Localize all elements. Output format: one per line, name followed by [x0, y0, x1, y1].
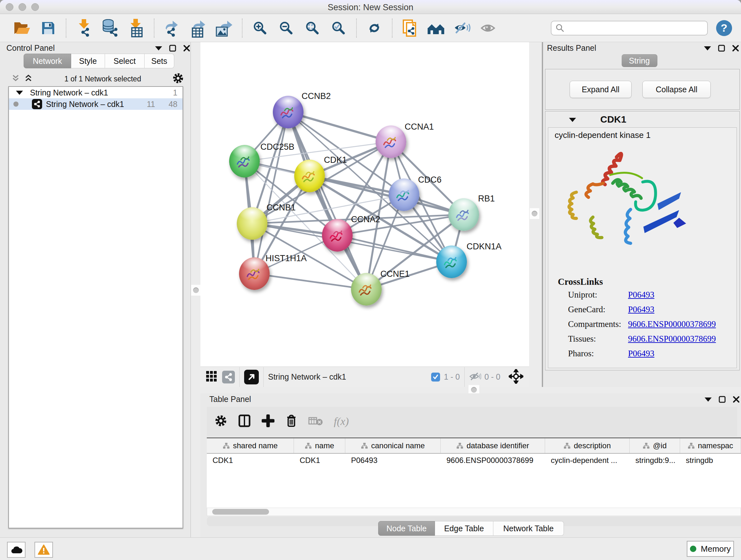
network-node-rb1[interactable] [448, 198, 479, 231]
hide-selected-icon[interactable] [453, 18, 472, 38]
selected-checkbox-icon[interactable] [431, 373, 440, 381]
show-all-icon[interactable] [479, 18, 498, 38]
table-cell[interactable]: stringdb:9... [630, 454, 680, 466]
refresh-icon[interactable] [364, 18, 384, 38]
zoom-in-icon[interactable] [250, 18, 270, 38]
expand-all-icon[interactable] [23, 73, 33, 84]
detach-view-icon[interactable] [244, 370, 259, 384]
tab-edge-table[interactable]: Edge Table [435, 521, 493, 536]
column-header-shared-name[interactable]: shared name [207, 438, 294, 453]
search-input[interactable] [551, 21, 708, 36]
network-node-ccna2[interactable] [322, 219, 353, 252]
crosslink-link[interactable]: 9606.ENSP00000378699 [628, 334, 716, 344]
crosslink-link[interactable]: P06493 [628, 305, 655, 314]
column-header-name[interactable]: name [294, 438, 345, 453]
right-splitter[interactable] [529, 42, 542, 387]
collection-expand-icon[interactable] [16, 91, 23, 95]
warning-button[interactable] [35, 542, 53, 558]
save-session-icon[interactable] [38, 18, 58, 38]
memory-label: Memory [701, 544, 731, 554]
expand-all-button[interactable]: Expand All [569, 81, 631, 98]
table-cell[interactable]: stringdb [680, 454, 741, 466]
network-view-icon[interactable] [222, 371, 235, 383]
horizontal-splitter[interactable] [200, 387, 741, 393]
network-node-ccna1[interactable] [376, 125, 406, 158]
results-float-icon[interactable] [718, 45, 725, 52]
table-cell[interactable]: CDK1 [294, 454, 345, 466]
right-splitter-handle[interactable] [530, 208, 539, 219]
collapse-all-icon[interactable] [11, 73, 20, 84]
network-node-ccnb1[interactable] [237, 207, 267, 240]
show-columns-icon[interactable] [238, 414, 251, 429]
table-cell[interactable]: cyclin-dependent ... [545, 454, 630, 466]
export-network-icon[interactable] [162, 18, 182, 38]
tab-select[interactable]: Select [105, 54, 145, 68]
table-hscrollbar-thumb[interactable] [212, 509, 269, 515]
cloud-button[interactable] [7, 542, 25, 558]
help-button[interactable]: ? [716, 20, 732, 36]
collapse-all-button[interactable]: Collapse All [643, 81, 711, 98]
table-settings-gear-icon[interactable] [214, 415, 227, 428]
gear-icon[interactable] [172, 72, 184, 85]
network-node-cdc6[interactable] [389, 179, 419, 211]
zoom-fit-icon[interactable] [302, 18, 322, 38]
table-cell[interactable]: P06493 [345, 454, 441, 466]
zoom-out-icon[interactable] [276, 18, 296, 38]
table-cell[interactable]: CDK1 [207, 454, 294, 466]
results-close-icon[interactable] [732, 45, 739, 52]
crosslink-link[interactable]: 9606.ENSP00000378699 [628, 319, 716, 329]
zoom-selected-icon[interactable] [329, 18, 348, 38]
network-canvas[interactable]: CCNB2 CCNA1 CDC25B CDK1 CDC6 [200, 42, 529, 387]
node-label-cdkn1a: CDKN1A [467, 242, 502, 252]
export-image-icon[interactable] [214, 18, 234, 38]
table-hscrollbar[interactable] [207, 508, 741, 516]
table-row[interactable]: CDK1CDK1P064939606.ENSP00000378699cyclin… [207, 454, 741, 466]
network-node-cdc25b[interactable] [229, 145, 260, 178]
tab-node-table[interactable]: Node Table [378, 521, 435, 536]
import-network-database-icon[interactable] [100, 18, 120, 38]
collection-name: String Network – cdk1 [30, 88, 108, 98]
network-node-ccne1[interactable] [351, 273, 382, 306]
tab-style[interactable]: Style [71, 54, 105, 68]
left-splitter[interactable] [191, 42, 200, 537]
first-neighbors-icon[interactable] [426, 18, 446, 38]
left-splitter-handle[interactable] [191, 285, 201, 296]
network-node-hist1h1a[interactable] [239, 257, 270, 290]
grid-view-icon[interactable] [205, 370, 218, 384]
column-header-description[interactable]: description [545, 438, 630, 453]
add-column-icon[interactable] [262, 415, 274, 428]
tab-network-table[interactable]: Network Table [493, 521, 564, 536]
export-table-icon[interactable] [188, 18, 208, 38]
table-float-icon[interactable] [719, 396, 726, 403]
import-table-icon[interactable] [126, 18, 146, 38]
crosslink-link[interactable]: P06493 [628, 290, 655, 300]
crosslink-link[interactable]: P06493 [628, 349, 655, 359]
float-panel-icon[interactable] [169, 45, 176, 52]
column-header-canonical-name[interactable]: canonical name [345, 438, 441, 453]
network-node-cdk1[interactable] [294, 160, 325, 192]
network-node-cdkn1a[interactable] [436, 246, 467, 278]
table-cell[interactable]: 9606.ENSP00000378699 [441, 454, 545, 466]
delete-column-icon[interactable] [285, 414, 297, 429]
network-node-ccnb2[interactable] [273, 96, 304, 128]
table-close-icon[interactable] [733, 396, 740, 403]
open-file-icon[interactable] [12, 18, 32, 38]
import-network-file-icon[interactable] [74, 18, 94, 38]
tab-network[interactable]: Network [23, 54, 71, 68]
copy-network-icon[interactable] [400, 18, 420, 38]
network-row[interactable]: String Network – cdk1 11 48 [9, 98, 183, 110]
tab-string[interactable]: String [622, 54, 657, 67]
results-menu-icon[interactable] [704, 46, 711, 51]
column-header-database-identifier[interactable]: database identifier [441, 438, 545, 453]
close-panel-icon[interactable] [183, 45, 190, 52]
memory-button[interactable]: Memory [687, 541, 734, 557]
column-header-namespac[interactable]: namespac [680, 438, 741, 453]
network-collection-row[interactable]: String Network – cdk1 1 [9, 87, 183, 98]
column-header--id[interactable]: @id [630, 438, 680, 453]
table-menu-icon[interactable] [704, 397, 712, 401]
panel-menu-icon[interactable] [155, 46, 162, 51]
gene-expand-icon[interactable] [569, 118, 576, 122]
pan-crosshair-icon[interactable] [509, 369, 523, 385]
network-type-icon [32, 99, 42, 109]
tab-sets[interactable]: Sets [145, 54, 174, 68]
